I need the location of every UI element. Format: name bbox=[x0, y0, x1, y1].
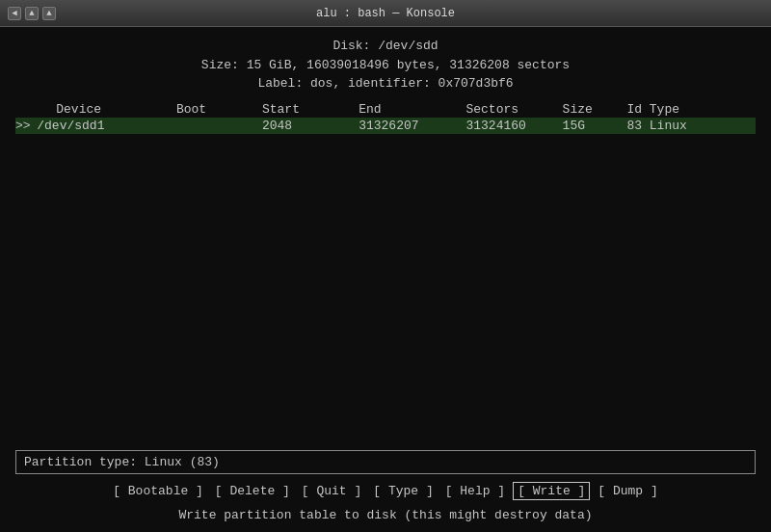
row-boot bbox=[176, 118, 262, 134]
menu-item-1[interactable]: [ Delete ] bbox=[211, 483, 294, 499]
terminal: Disk: /dev/sdd Size: 15 GiB, 16039018496… bbox=[0, 27, 771, 532]
menu-item-5[interactable]: [ Write ] bbox=[513, 482, 590, 500]
row-end: 31326207 bbox=[359, 118, 465, 134]
menu-item-2[interactable]: [ Quit ] bbox=[298, 483, 365, 499]
partition-table: Device Boot Start End Sectors Size Id Ty… bbox=[15, 101, 756, 134]
disk-info-line2: Size: 15 GiB, 16039018496 bytes, 3132620… bbox=[15, 56, 756, 75]
menu-bar: [ Bootable ][ Delete ][ Quit ][ Type ][ … bbox=[15, 482, 756, 500]
table-header-row: Device Boot Start End Sectors Size Id Ty… bbox=[15, 101, 756, 118]
th-device: Device bbox=[37, 101, 176, 118]
titlebar-buttons: ◀ ▲ ▲ bbox=[8, 7, 56, 20]
titlebar-btn-up2[interactable]: ▲ bbox=[42, 7, 56, 20]
th-start: Start bbox=[262, 101, 359, 118]
th-end: End bbox=[359, 101, 465, 118]
th-idtype: Id Type bbox=[626, 101, 756, 118]
menu-item-3[interactable]: [ Type ] bbox=[369, 483, 437, 499]
row-arrow: >> bbox=[15, 118, 37, 134]
row-size: 15G bbox=[563, 118, 627, 134]
partition-type-bar: Partition type: Linux (83) bbox=[15, 450, 756, 474]
row-sectors: 31324160 bbox=[465, 118, 562, 134]
row-idtype: 83 Linux bbox=[626, 118, 756, 134]
titlebar-btn-left[interactable]: ◀ bbox=[8, 7, 21, 20]
menu-item-0[interactable]: [ Bootable ] bbox=[109, 483, 207, 499]
status-bar: Write partition table to disk (this migh… bbox=[15, 508, 756, 522]
table-row[interactable]: >> /dev/sdd1 2048 31326207 31324160 15G … bbox=[15, 118, 756, 134]
th-arrow bbox=[15, 101, 37, 118]
th-size: Size bbox=[563, 101, 627, 118]
th-sectors: Sectors bbox=[465, 101, 562, 118]
disk-info: Disk: /dev/sdd Size: 15 GiB, 16039018496… bbox=[15, 37, 756, 93]
row-device: /dev/sdd1 bbox=[37, 118, 176, 134]
titlebar-btn-up1[interactable]: ▲ bbox=[25, 7, 39, 20]
titlebar-title: alu : bash — Konsole bbox=[316, 7, 455, 20]
disk-info-line3: Label: dos, identifier: 0x707d3bf6 bbox=[15, 74, 756, 93]
menu-item-6[interactable]: [ Dump ] bbox=[594, 483, 661, 499]
row-start: 2048 bbox=[262, 118, 359, 134]
disk-info-line1: Disk: /dev/sdd bbox=[15, 37, 756, 56]
titlebar: ◀ ▲ ▲ alu : bash — Konsole bbox=[0, 0, 771, 27]
th-boot: Boot bbox=[176, 101, 262, 118]
menu-item-4[interactable]: [ Help ] bbox=[441, 483, 509, 499]
